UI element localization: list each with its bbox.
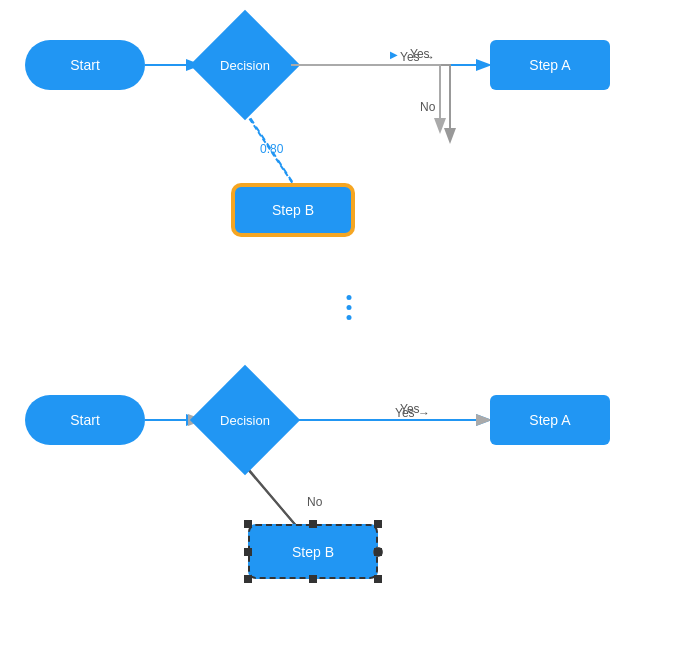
handle-bm[interactable] (309, 575, 317, 583)
handle-tm[interactable] (309, 520, 317, 528)
yes-label-1: Yes → (400, 50, 435, 64)
no-label-2: No (307, 495, 322, 509)
step-b-node-2-container[interactable]: Step B (248, 524, 378, 579)
handle-br[interactable] (374, 575, 382, 583)
step-a-node-1: Step A (490, 40, 610, 90)
svg-line-10 (245, 466, 298, 528)
step-b-node-2[interactable]: Step B (248, 524, 378, 579)
handle-mr[interactable] (374, 548, 382, 556)
no-label-1: No (420, 100, 435, 114)
decision-node-1: Decision (200, 20, 290, 110)
handle-tl[interactable] (244, 520, 252, 528)
weight-label: 0.80 (260, 142, 283, 156)
step-b-node-1: Step B (233, 185, 353, 235)
start-node-2: Start (25, 395, 145, 445)
handle-ml[interactable] (244, 548, 252, 556)
handle-bl[interactable] (244, 575, 252, 583)
handle-tr[interactable] (374, 520, 382, 528)
svg-line-8 (245, 465, 298, 528)
yes-label-2: Yes → (395, 406, 430, 420)
start-node-1: Start (25, 40, 145, 90)
separator-dots (347, 295, 352, 320)
step-a-node-2: Step A (490, 395, 610, 445)
decision-node-2: Decision (200, 375, 290, 465)
svg-text:▶: ▶ (390, 49, 398, 60)
